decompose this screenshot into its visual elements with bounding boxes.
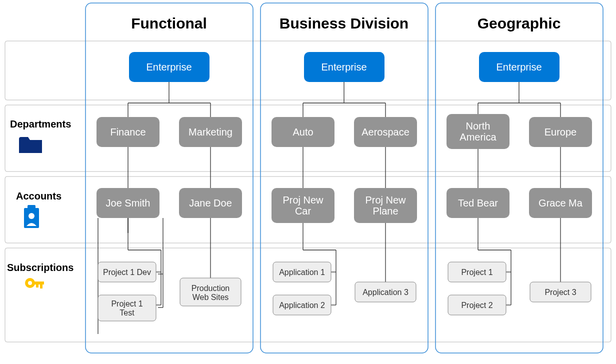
svg-text:Application 2: Application 2 bbox=[279, 301, 325, 310]
svg-text:Car: Car bbox=[295, 206, 312, 216]
svg-text:Plane: Plane bbox=[372, 206, 398, 216]
svg-text:Application 3: Application 3 bbox=[362, 288, 408, 296]
svg-text:Ted Bear: Ted Bear bbox=[458, 198, 498, 208]
svg-text:Auto: Auto bbox=[292, 126, 313, 138]
svg-text:Application 1: Application 1 bbox=[279, 268, 325, 276]
svg-text:Jane Doe: Jane Doe bbox=[189, 198, 232, 208]
svg-text:Marketing: Marketing bbox=[188, 126, 232, 138]
column-title-business: Business Division bbox=[280, 15, 408, 32]
svg-point-4 bbox=[28, 281, 32, 285]
svg-text:Project 1: Project 1 bbox=[461, 268, 492, 276]
row-label-accounts: Accounts bbox=[16, 190, 62, 202]
folder-icon bbox=[19, 137, 42, 153]
svg-text:Finance: Finance bbox=[110, 126, 146, 138]
svg-text:Production: Production bbox=[192, 284, 230, 292]
connector-depts-accts-biz bbox=[303, 147, 386, 188]
column-title-functional: Functional bbox=[131, 15, 207, 32]
enterprise-label-business: Enterprise bbox=[321, 62, 366, 72]
svg-text:Joe Smith: Joe Smith bbox=[106, 198, 150, 208]
svg-text:Proj New: Proj New bbox=[365, 194, 406, 206]
svg-rect-6 bbox=[40, 282, 42, 288]
svg-text:Aerospace: Aerospace bbox=[362, 126, 410, 138]
svg-text:North: North bbox=[466, 120, 490, 132]
svg-text:Project 3: Project 3 bbox=[544, 288, 576, 296]
svg-rect-1 bbox=[28, 205, 36, 210]
func-sub-connectors bbox=[158, 218, 163, 308]
key-icon bbox=[25, 278, 44, 288]
diagram-svg: Functional Business Division Geographic … bbox=[0, 0, 616, 364]
diagram-root: { "columns": [ { "title": "Functional" }… bbox=[0, 0, 616, 364]
row-label-subscriptions: Subscriptions bbox=[7, 262, 74, 273]
badge-icon bbox=[24, 205, 39, 228]
svg-text:Web Sites: Web Sites bbox=[192, 293, 229, 302]
svg-rect-7 bbox=[36, 282, 38, 288]
connector-ent-depts-func bbox=[128, 82, 210, 117]
enterprise-label-geographic: Enterprise bbox=[496, 62, 542, 72]
connector-ent-depts-biz bbox=[303, 82, 386, 117]
svg-text:Proj New: Proj New bbox=[282, 194, 324, 206]
enterprise-label-functional: Enterprise bbox=[146, 62, 192, 72]
connector-depts-accts-func bbox=[128, 147, 210, 188]
svg-text:Project 2: Project 2 bbox=[461, 301, 492, 310]
svg-text:Project 1 Dev: Project 1 Dev bbox=[103, 268, 151, 276]
connector-ent-depts-geo bbox=[478, 82, 560, 117]
connector-depts-accts-geo bbox=[478, 147, 560, 188]
svg-text:Test: Test bbox=[120, 308, 134, 317]
svg-text:Europe: Europe bbox=[544, 126, 577, 138]
row-label-departments: Departments bbox=[10, 118, 71, 130]
column-title-geographic: Geographic bbox=[478, 15, 561, 32]
svg-point-2 bbox=[28, 213, 34, 219]
svg-text:Project 1: Project 1 bbox=[111, 300, 142, 308]
svg-text:Grace Ma: Grace Ma bbox=[538, 198, 583, 208]
svg-text:America: America bbox=[460, 132, 496, 142]
